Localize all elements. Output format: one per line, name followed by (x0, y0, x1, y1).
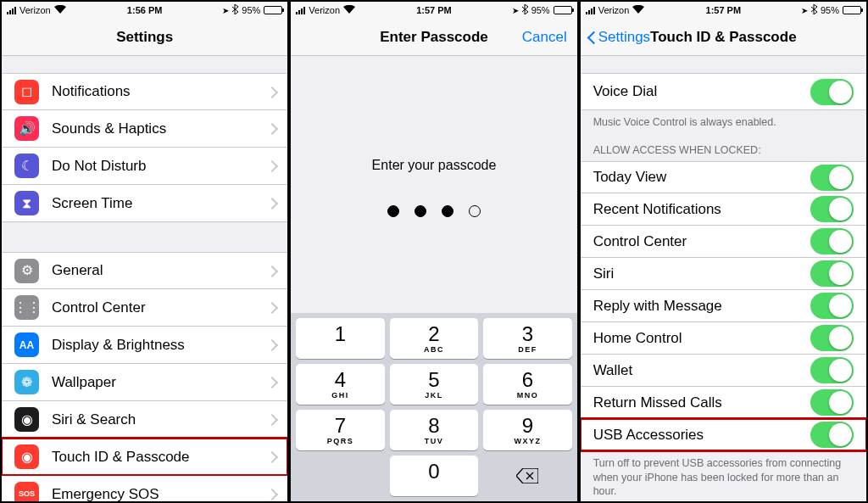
keypad-key-1[interactable]: 1 (296, 318, 384, 359)
touchid-list[interactable]: Voice DialMusic Voice Control is always … (581, 56, 866, 501)
key-letters: JKL (425, 391, 443, 400)
chevron-right-icon (268, 414, 275, 425)
chevron-right-icon (268, 160, 275, 171)
key-number: 1 (335, 324, 346, 344)
passcode-dots (387, 205, 481, 217)
row-label: Do Not Disturb (52, 158, 268, 175)
row-icon: ⚙ (14, 259, 39, 283)
row-toggle[interactable] (810, 389, 854, 416)
signal-icon (296, 7, 305, 14)
key-letters: ABC (424, 345, 444, 354)
access-row: Return Missed Calls (581, 387, 866, 419)
row-icon: ◉ (14, 444, 39, 469)
keypad-key-5[interactable]: 5JKL (390, 364, 478, 405)
key-letters: MNO (517, 391, 539, 400)
chevron-right-icon (268, 198, 275, 209)
passcode-dot (415, 205, 426, 217)
status-bar: Verizon 1:57 PM ➤ 95% (291, 2, 576, 19)
access-row: Today View (581, 161, 866, 193)
key-number: 6 (522, 370, 533, 390)
settings-row[interactable]: ❁Wallpaper (2, 364, 287, 401)
page-title: Settings (116, 29, 173, 46)
chevron-right-icon (268, 377, 275, 388)
settings-row[interactable]: ◉Touch ID & Passcode (2, 439, 287, 476)
settings-row[interactable]: SOSEmergency SOS (2, 476, 287, 501)
row-icon: ◻ (14, 80, 39, 104)
keypad-key-6[interactable]: 6MNO (483, 364, 571, 405)
signal-icon (7, 7, 16, 14)
row-toggle[interactable] (810, 325, 854, 351)
back-button[interactable]: Settings (587, 29, 650, 46)
keypad-key-0[interactable]: 0 (390, 455, 478, 496)
section-header: Allow Access When Locked: (581, 132, 866, 161)
row-toggle[interactable] (810, 357, 854, 383)
settings-row[interactable]: AADisplay & Brightness (2, 327, 287, 364)
row-label: Notifications (52, 83, 268, 100)
row-icon: ⋮⋮ (14, 295, 39, 320)
carrier-label: Verizon (309, 5, 340, 15)
signal-icon (586, 7, 595, 14)
row-toggle[interactable] (810, 260, 854, 287)
settings-row[interactable]: ◉Siri & Search (2, 401, 287, 439)
wifi-icon (632, 5, 644, 15)
row-label: Touch ID & Passcode (52, 449, 268, 466)
status-bar: Verizon 1:57 PM ➤ 95% (581, 2, 866, 19)
chevron-right-icon (268, 451, 275, 462)
carrier-label: Verizon (598, 5, 630, 15)
screen-passcode: Verizon 1:57 PM ➤ 95% Enter Passcode Can… (289, 0, 578, 503)
keypad-key-2[interactable]: 2ABC (390, 318, 478, 359)
row-toggle[interactable] (810, 422, 854, 448)
battery-icon (843, 6, 861, 14)
chevron-right-icon (268, 489, 275, 500)
bluetooth-icon (232, 4, 238, 16)
keypad-key-7[interactable]: 7PQRS (296, 410, 384, 450)
chevron-right-icon (268, 339, 275, 350)
row-icon: AA (14, 333, 39, 357)
location-icon: ➤ (512, 6, 519, 15)
row-label: Display & Brightness (52, 337, 268, 354)
key-letters: PQRS (327, 437, 354, 445)
settings-row[interactable]: ◻Notifications (2, 73, 287, 110)
page-title: Enter Passcode (380, 29, 488, 46)
row-icon: ☾ (14, 154, 39, 178)
row-icon: ◉ (14, 407, 39, 432)
key-number: 3 (522, 324, 533, 344)
location-icon: ➤ (222, 6, 229, 15)
wifi-icon (54, 5, 66, 15)
battery-pct: 95% (242, 5, 260, 15)
key-letters: GHI (331, 391, 349, 400)
key-number: 5 (428, 370, 439, 390)
voice-dial-toggle[interactable] (810, 79, 854, 105)
passcode-prompt: Enter your passcode (372, 158, 497, 173)
access-row: Control Center (581, 226, 866, 258)
access-row: Wallet (581, 355, 866, 387)
row-label: Today View (593, 169, 810, 186)
row-toggle[interactable] (810, 165, 854, 191)
row-toggle[interactable] (810, 293, 854, 319)
keypad-key-8[interactable]: 8TUV (390, 410, 478, 450)
cancel-button[interactable]: Cancel (522, 29, 567, 46)
battery-icon (554, 6, 572, 14)
key-number: 2 (428, 324, 439, 344)
settings-row[interactable]: ⋮⋮Control Center (2, 289, 287, 327)
backspace-key[interactable] (483, 455, 571, 496)
key-number: 9 (522, 416, 533, 436)
row-label: USB Accessories (593, 427, 810, 444)
screen-settings: Verizon 1:56 PM ➤ 95% Settings ◻Notifica… (0, 0, 289, 503)
row-label: Screen Time (52, 195, 268, 212)
settings-row[interactable]: ☾Do Not Disturb (2, 148, 287, 185)
key-number: 4 (335, 370, 346, 390)
keypad-key-3[interactable]: 3DEF (483, 318, 571, 359)
keypad-key-9[interactable]: 9WXYZ (483, 410, 571, 450)
key-number: 8 (428, 416, 439, 436)
row-toggle[interactable] (810, 228, 854, 254)
settings-row[interactable]: ⚙General (2, 252, 287, 289)
row-label: Control Center (593, 233, 810, 250)
settings-row[interactable]: 🔊Sounds & Haptics (2, 110, 287, 148)
nav-bar: Enter Passcode Cancel (291, 19, 576, 56)
settings-list[interactable]: ◻Notifications🔊Sounds & Haptics☾Do Not D… (2, 56, 287, 501)
keypad-key-4[interactable]: 4GHI (296, 364, 384, 405)
row-toggle[interactable] (810, 196, 854, 222)
passcode-dot (442, 205, 453, 217)
settings-row[interactable]: ⧗Screen Time (2, 185, 287, 222)
